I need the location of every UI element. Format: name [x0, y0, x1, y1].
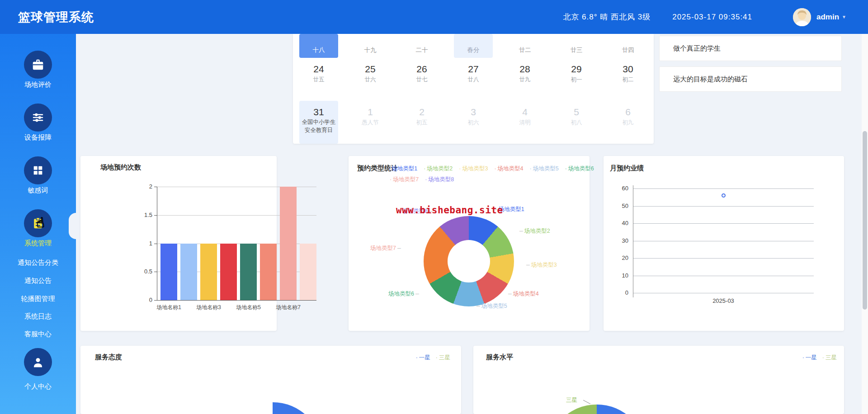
bar-xlabel: 场地名称3 — [189, 304, 229, 311]
briefcase-icon[interactable] — [24, 51, 52, 79]
screen: 篮球管理系统 北京 6.8° 晴 西北风 3级 2025-03-17 09:35… — [0, 0, 868, 414]
legend-item[interactable]: ·场地类型4 — [494, 165, 523, 173]
calendar-widget: 十八十九二十春分廿二廿三廿四24廿五25廿六26廿七27廿八28廿九29初一30… — [293, 34, 654, 144]
avatar[interactable] — [793, 8, 811, 26]
calendar-cell[interactable]: 5初八 — [551, 101, 602, 144]
calendar-cell[interactable]: 31全国中小学生安全教育日 — [293, 101, 344, 144]
bar — [220, 244, 237, 301]
sidebar-item-2[interactable]: 敏感词 — [0, 186, 76, 195]
legend-item[interactable]: ·场地类型5 — [530, 165, 559, 173]
line-ytick: 20 — [608, 254, 628, 261]
calendar-cell[interactable]: 十九 — [344, 34, 396, 58]
legend-item[interactable]: ·场地类型2 — [424, 165, 453, 173]
pie1-legend: ·一星·三星 — [416, 354, 450, 362]
scrollbar[interactable] — [862, 34, 868, 414]
service-level-panel: 服务水平 ·一星·三星 三星 — [473, 346, 844, 414]
legend-item[interactable]: ·一星 — [416, 354, 430, 362]
legend-item[interactable]: ·场地类型1 — [388, 165, 417, 173]
calendar-cell[interactable]: 28廿九 — [499, 58, 551, 101]
notices-panel: 做个真正的学生 远大的目标是成功的磁石 — [659, 34, 842, 122]
donut-chart — [424, 216, 514, 306]
service-attitude-panel: 服务态度 ·一星·三星 — [80, 346, 461, 414]
pie2-title: 服务水平 — [486, 353, 513, 362]
bar — [180, 244, 197, 301]
watermark-text: www.bishebang.site — [396, 205, 503, 216]
line-chart-panel: 月预约业绩 01020304050602025-03 — [604, 156, 844, 331]
notice-item[interactable]: 做个真正的学生 — [659, 36, 842, 61]
pie1-title: 服务态度 — [95, 353, 122, 362]
pie1-chart — [223, 402, 322, 414]
grid-icon[interactable] — [24, 156, 52, 184]
calendar-cell[interactable]: 24廿五 — [293, 58, 344, 101]
legend-item[interactable]: ·场地类型3 — [459, 165, 488, 173]
line-ytick: 50 — [608, 202, 628, 209]
donut-label: ─场地类型2 — [518, 227, 550, 235]
bar-ytick: 0.5 — [129, 268, 152, 275]
mouse-cursor: ☝ — [35, 214, 45, 231]
sidebar-item-7[interactable]: 系统日志 — [0, 312, 76, 321]
donut-label: ─场地类型4 — [507, 290, 539, 298]
bar-chart-title: 场地预约次数 — [100, 163, 141, 172]
sidebar-item-0[interactable]: 场地评价 — [0, 80, 76, 89]
calendar-cell[interactable]: 27廿八 — [448, 58, 499, 101]
line-ytick: 30 — [608, 237, 628, 244]
notice-item[interactable]: 远大的目标是成功的磁石 — [659, 66, 842, 92]
bar — [160, 244, 177, 301]
legend-item[interactable]: ·三星 — [436, 354, 450, 362]
calendar-cell[interactable]: 30初二 — [602, 58, 654, 101]
sidebar: ☝ 场地评价设备报障敏感词系统管理通知公告分类通知公告轮播图管理系统日志客服中心… — [0, 34, 76, 414]
weather-text: 北京 6.8° 晴 西北风 3级 — [563, 12, 651, 22]
sidebar-item-1[interactable]: 设备报障 — [0, 133, 76, 142]
bar-ytick: 2 — [129, 183, 152, 190]
donut-label: ─场地类型5 — [475, 302, 507, 310]
line-data-point — [722, 193, 726, 198]
legend-item[interactable]: ·场地类型7 — [390, 176, 419, 183]
datetime-text: 2025-03-17 09:35:41 — [672, 13, 752, 22]
bar-chart-panel: 场地预约次数 21.510.50场地名称1场地名称3场地名称5场地名称7 — [80, 156, 277, 331]
bar-ytick: 1.5 — [129, 212, 152, 218]
pie2-chart — [547, 405, 646, 414]
sidebar-item-9[interactable]: 个人中心 — [0, 382, 76, 391]
calendar-cell[interactable]: 二十 — [396, 34, 448, 58]
calendar-cell[interactable]: 廿四 — [602, 34, 654, 58]
calendar-cell[interactable]: 廿二 — [499, 34, 551, 58]
legend-item[interactable]: ·一星 — [802, 354, 817, 362]
header-right: 北京 6.8° 晴 西北风 3级 2025-03-17 09:35:41 adm… — [563, 8, 846, 26]
sidebar-item-3[interactable]: 系统管理 — [0, 239, 76, 248]
calendar-cell[interactable]: 1愚人节 — [344, 101, 396, 144]
calendar-cell[interactable]: 29初一 — [551, 58, 602, 101]
bar — [260, 244, 277, 301]
calendar-cell[interactable]: 2初五 — [396, 101, 448, 144]
line-xlabel: 2025-03 — [703, 297, 744, 304]
calendar-grid: 十八十九二十春分廿二廿三廿四24廿五25廿六26廿七27廿八28廿九29初一30… — [293, 34, 654, 144]
person-icon[interactable] — [24, 348, 52, 376]
line-ytick: 10 — [608, 272, 628, 279]
sidebar-item-6[interactable]: 轮播图管理 — [0, 295, 76, 303]
bar — [240, 244, 257, 301]
calendar-cell[interactable]: 十八 — [293, 34, 344, 58]
calendar-cell[interactable]: 3初六 — [448, 101, 499, 144]
legend-item[interactable]: ·场地类型6 — [565, 165, 594, 173]
username[interactable]: admin — [816, 13, 839, 22]
chevron-down-icon[interactable]: ▼ — [842, 14, 846, 19]
calendar-cell[interactable]: 春分 — [448, 34, 499, 58]
donut-legend-row-1: ·场地类型1·场地类型2·场地类型3·场地类型4·场地类型5·场地类型6 — [388, 165, 594, 173]
calendar-cell[interactable]: 6初九 — [602, 101, 654, 144]
sidebar-item-8[interactable]: 客服中心 — [0, 330, 76, 339]
legend-item[interactable]: ·场地类型8 — [425, 176, 454, 183]
sliders-icon[interactable] — [24, 104, 52, 132]
calendar-cell[interactable]: 25廿六 — [344, 58, 396, 101]
bar-ytick: 0 — [129, 296, 152, 303]
scrollbar-thumb[interactable] — [863, 131, 867, 310]
legend-item[interactable]: ·三星 — [822, 354, 837, 362]
bar-xlabel: 场地名称1 — [149, 304, 189, 311]
sidebar-item-4[interactable]: 通知公告分类 — [0, 259, 76, 267]
calendar-cell[interactable]: 26廿七 — [396, 58, 448, 101]
pie2-slice-label: 三星 — [566, 396, 577, 404]
pie2-legend: ·一星·三星 — [802, 354, 837, 362]
calendar-cell[interactable]: 4清明 — [499, 101, 551, 144]
donut-legend-row-2: ·场地类型7·场地类型8 — [390, 176, 454, 183]
donut-chart-panel: 预约类型统计 ·场地类型1·场地类型2·场地类型3·场地类型4·场地类型5·场地… — [349, 156, 590, 331]
sidebar-item-5[interactable]: 通知公告 — [0, 277, 76, 285]
calendar-cell[interactable]: 廿三 — [551, 34, 602, 58]
